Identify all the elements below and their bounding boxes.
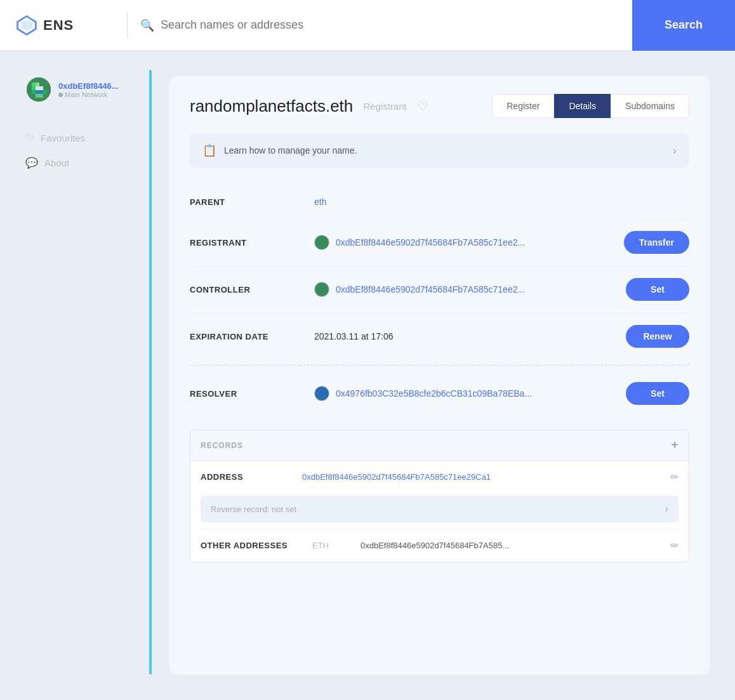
svg-rect-4 bbox=[36, 83, 39, 86]
info-banner-text: Learn how to manage your name. bbox=[224, 145, 357, 155]
controller-row: CONTROLLER 0xdbEf8f8446e5902d7f45684Fb7A… bbox=[190, 266, 689, 313]
other-address-value[interactable]: 0xdbEf8f8446e5902d7f45684Fb7A585... bbox=[361, 541, 654, 550]
renew-button[interactable]: Renew bbox=[626, 325, 689, 348]
header: ENS 🔍 Search bbox=[0, 0, 735, 51]
registrant-address[interactable]: 0xdbEf8f8446e5902d7f45684Fb7A585c71ee2..… bbox=[336, 237, 525, 248]
svg-rect-11 bbox=[36, 90, 39, 94]
search-area: 🔍 bbox=[140, 18, 632, 32]
tab-register[interactable]: Register bbox=[492, 94, 554, 118]
records-section: RECORDS + ADDRESS 0xdbEf8f8446e5902d7f45… bbox=[190, 430, 689, 562]
parent-row: PARENT eth bbox=[190, 185, 689, 219]
tab-details[interactable]: Details bbox=[554, 94, 611, 118]
controller-set-button[interactable]: Set bbox=[626, 278, 689, 301]
logo-area: ENS bbox=[0, 14, 127, 37]
search-input[interactable] bbox=[161, 18, 632, 32]
svg-rect-7 bbox=[36, 86, 39, 90]
other-addresses-row: OTHER ADDRESSES ETH 0xdbEf8f8446e5902d7f… bbox=[201, 529, 679, 562]
sidebar-nav: ♡ Favourites 💬 About bbox=[25, 126, 136, 175]
controller-avatar bbox=[314, 282, 329, 297]
registrant-label: Registrant bbox=[363, 101, 406, 112]
vertical-accent bbox=[149, 70, 152, 675]
controller-set-action: Set bbox=[626, 278, 689, 301]
sidebar-item-favourites-label: Favourites bbox=[41, 133, 85, 143]
name-header: randomplanetfacts.eth Registrant ♡ Regis… bbox=[190, 94, 689, 118]
transfer-button[interactable]: Transfer bbox=[624, 231, 689, 254]
svg-rect-15 bbox=[36, 94, 39, 98]
reverse-record-arrow-icon: › bbox=[665, 503, 668, 515]
account-info: 0xdbEf8f8446... Main Network bbox=[58, 81, 119, 98]
info-icon: 📋 bbox=[202, 143, 216, 157]
registrant-row: REGISTRANT 0xdbEf8f8446e5902d7f45684Fb7A… bbox=[190, 219, 689, 266]
search-button[interactable]: Search bbox=[632, 0, 735, 51]
svg-rect-9 bbox=[43, 86, 47, 90]
info-banner-arrow-icon: › bbox=[673, 144, 677, 157]
resolver-row: RESOLVER 0x4976fb03C32e5B8cfe2b6cCB31c09… bbox=[190, 371, 689, 417]
network-dot bbox=[58, 93, 63, 97]
heart-icon: ♡ bbox=[25, 132, 34, 144]
resolver-label: RESOLVER bbox=[190, 389, 304, 399]
reverse-record-text: Reverse record: not set bbox=[211, 505, 296, 514]
svg-marker-1 bbox=[21, 20, 32, 31]
address-record-row: ADDRESS 0xdbEf8f8446e5902d7f45684Fb7A585… bbox=[201, 461, 679, 493]
ens-logo-icon bbox=[15, 14, 38, 37]
info-banner[interactable]: 📋 Learn how to manage your name. › bbox=[190, 133, 689, 168]
account-section[interactable]: 0xdbEf8f8446... Main Network bbox=[25, 76, 136, 103]
records-label: RECORDS bbox=[201, 441, 243, 450]
chat-icon: 💬 bbox=[25, 157, 38, 169]
records-header: RECORDS + bbox=[190, 430, 689, 461]
sidebar-item-favourites[interactable]: ♡ Favourites bbox=[25, 126, 136, 150]
resolver-set-action: Set bbox=[626, 382, 689, 405]
account-network: Main Network bbox=[58, 91, 119, 98]
resolver-value: 0x4976fb03C32e5B8cfe2b6cCB31c09Ba78EBa..… bbox=[314, 386, 616, 401]
favourite-button[interactable]: ♡ bbox=[417, 98, 428, 114]
sidebar-item-about[interactable]: 💬 About bbox=[25, 150, 136, 175]
header-divider bbox=[127, 13, 128, 38]
sidebar-item-about-label: About bbox=[44, 157, 69, 168]
registrant-value: 0xdbEf8f8446e5902d7f45684Fb7A585c71ee2..… bbox=[314, 235, 614, 250]
search-icon: 🔍 bbox=[140, 18, 154, 32]
tab-group: Register Details Subdomains bbox=[492, 94, 689, 118]
svg-rect-12 bbox=[39, 90, 43, 94]
transfer-action: Transfer bbox=[624, 231, 689, 254]
account-address: 0xdbEf8f8446... bbox=[58, 81, 119, 91]
svg-rect-3 bbox=[32, 83, 36, 86]
avatar bbox=[25, 76, 52, 103]
svg-rect-13 bbox=[43, 90, 47, 94]
records-add-button[interactable]: + bbox=[671, 438, 679, 452]
resolver-address[interactable]: 0x4976fb03C32e5B8cfe2b6cCB31c09Ba78EBa..… bbox=[336, 388, 532, 399]
parent-value[interactable]: eth bbox=[314, 197, 689, 207]
resolver-avatar bbox=[314, 386, 329, 401]
svg-rect-8 bbox=[39, 86, 43, 90]
main-content: randomplanetfacts.eth Registrant ♡ Regis… bbox=[169, 76, 710, 675]
svg-rect-16 bbox=[39, 94, 43, 98]
registrant-avatar bbox=[314, 235, 329, 250]
address-record-key: ADDRESS bbox=[201, 472, 302, 482]
expiration-row: EXPIRATION DATE 2021.03.11 at 17:06 Rene… bbox=[190, 313, 689, 360]
domain-name: randomplanetfacts.eth bbox=[190, 96, 353, 116]
controller-value: 0xdbEf8f8446e5902d7f45684Fb7A585c71ee2..… bbox=[314, 282, 616, 297]
resolver-set-button[interactable]: Set bbox=[626, 382, 689, 405]
svg-rect-5 bbox=[39, 83, 43, 86]
controller-address[interactable]: 0xdbEf8f8446e5902d7f45684Fb7A585c71ee2..… bbox=[336, 284, 525, 294]
other-address-type: ETH bbox=[312, 541, 350, 550]
other-addresses-label: OTHER ADDRESSES bbox=[201, 541, 302, 550]
parent-label: PARENT bbox=[190, 197, 304, 207]
address-record-value[interactable]: 0xdbEf8f8446e5902d7f45684Fb7A585c71ee29C… bbox=[302, 472, 664, 482]
other-address-edit-button[interactable]: ✏ bbox=[670, 539, 679, 551]
main-layout: 0xdbEf8f8446... Main Network ♡ Favourite… bbox=[0, 51, 735, 700]
svg-rect-17 bbox=[43, 94, 47, 98]
tab-subdomains[interactable]: Subdomains bbox=[611, 94, 689, 118]
section-divider bbox=[190, 365, 689, 366]
svg-rect-6 bbox=[32, 86, 36, 90]
svg-rect-14 bbox=[32, 94, 36, 98]
records-body: ADDRESS 0xdbEf8f8446e5902d7f45684Fb7A585… bbox=[190, 461, 689, 562]
expiration-label: EXPIRATION DATE bbox=[190, 332, 304, 341]
expiration-value: 2021.03.11 at 17:06 bbox=[314, 331, 616, 341]
renew-action: Renew bbox=[626, 325, 689, 348]
svg-rect-10 bbox=[32, 90, 36, 94]
reverse-record-banner[interactable]: Reverse record: not set › bbox=[201, 496, 679, 522]
sidebar: 0xdbEf8f8446... Main Network ♡ Favourite… bbox=[25, 76, 149, 675]
address-edit-button[interactable]: ✏ bbox=[670, 471, 679, 483]
logo-text: ENS bbox=[43, 17, 74, 34]
controller-label: CONTROLLER bbox=[190, 285, 304, 294]
